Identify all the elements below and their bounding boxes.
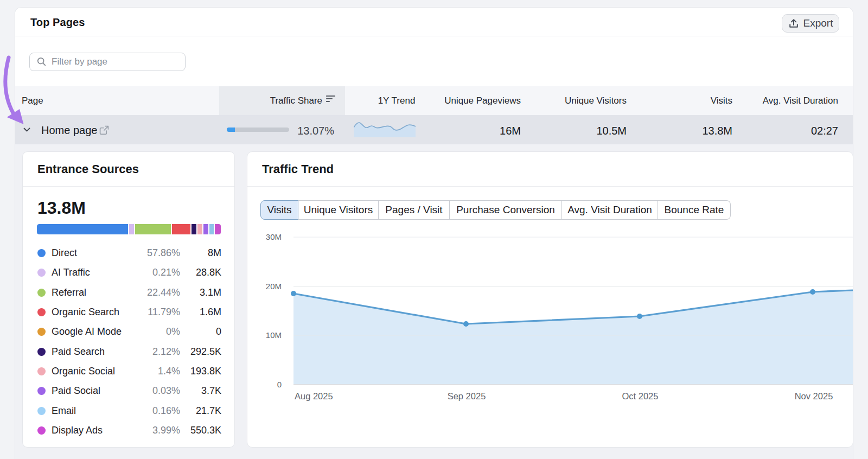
- svg-text:Oct 2025: Oct 2025: [622, 391, 659, 401]
- svg-text:30M: 30M: [266, 232, 282, 241]
- svg-text:Aug 2025: Aug 2025: [295, 391, 333, 401]
- svg-text:Sep 2025: Sep 2025: [448, 391, 486, 401]
- svg-text:20M: 20M: [266, 282, 282, 291]
- svg-text:0: 0: [277, 380, 282, 389]
- svg-text:10M: 10M: [266, 330, 282, 340]
- svg-text:Nov 2025: Nov 2025: [795, 391, 833, 401]
